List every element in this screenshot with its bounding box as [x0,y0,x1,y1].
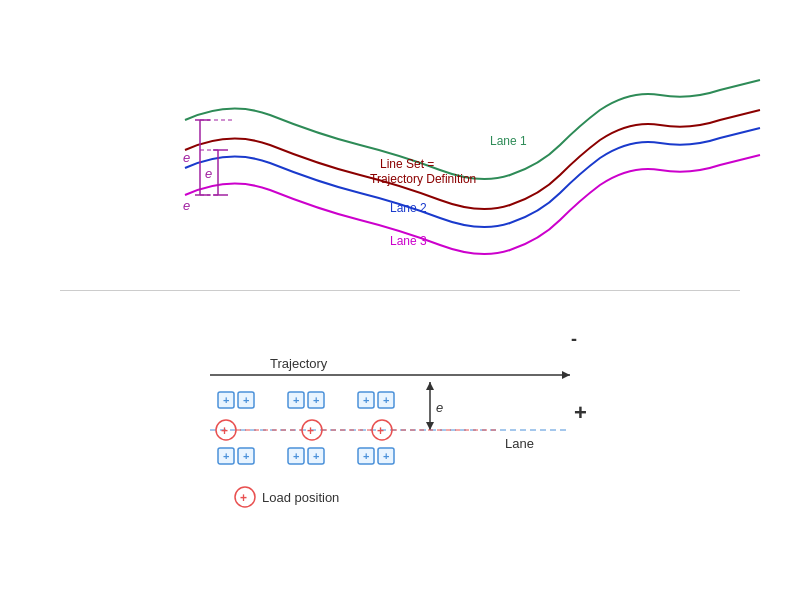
svg-marker-24 [426,422,434,430]
svg-text:e: e [436,400,443,415]
svg-text:+: + [377,424,384,438]
svg-text:Lane 1: Lane 1 [490,134,527,148]
svg-text:Line Set =: Line Set = [380,157,434,171]
svg-text:Load position: Load position [262,490,339,505]
svg-text:e: e [183,150,190,165]
svg-text:Lane 3: Lane 3 [390,234,427,248]
svg-text:+: + [363,394,369,406]
svg-text:+: + [307,424,314,438]
svg-text:+: + [221,424,228,438]
svg-text:Trajectory Definition: Trajectory Definition [370,172,476,186]
svg-text:Trajectory: Trajectory [270,356,328,371]
svg-text:Lane 2: Lane 2 [390,201,427,215]
svg-marker-19 [562,371,570,379]
svg-text:+: + [363,450,369,462]
svg-text:+: + [383,450,389,462]
svg-text:-: - [571,329,577,349]
svg-text:e: e [183,198,190,213]
svg-text:+: + [383,394,389,406]
bottom-diagram: - Trajectory + e Lane + + + + [0,300,800,600]
svg-text:+: + [574,400,587,425]
svg-text:+: + [293,394,299,406]
svg-text:+: + [223,394,229,406]
svg-marker-23 [426,382,434,390]
svg-text:+: + [243,394,249,406]
svg-text:+: + [243,450,249,462]
svg-text:e: e [205,166,212,181]
svg-text:+: + [313,450,319,462]
section-divider [60,290,740,291]
svg-text:+: + [313,394,319,406]
top-diagram: e e e Lane 1 Line Set = Trajectory Defin… [0,0,800,290]
svg-text:+: + [293,450,299,462]
svg-text:+: + [223,450,229,462]
svg-text:+: + [240,491,247,505]
svg-text:Lane: Lane [505,436,534,451]
